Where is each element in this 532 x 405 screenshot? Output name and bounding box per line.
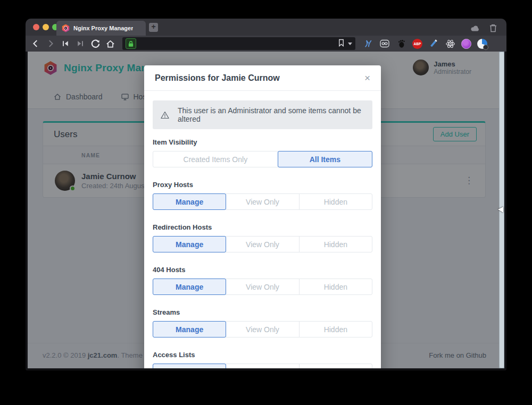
extension-pen-icon[interactable]	[428, 38, 439, 49]
proxy-hosts-view-only-button[interactable]: View Only	[226, 193, 299, 210]
reload-icon[interactable]	[89, 38, 101, 49]
new-tab-button[interactable]: +	[149, 23, 158, 32]
close-window-button[interactable]	[33, 24, 39, 30]
redirection-hosts-group: Manage View Only Hidden	[153, 236, 372, 252]
admin-warning-alert: This user is an Administrator and some i…	[153, 100, 372, 129]
modal-body: This user is an Administrator and some i…	[144, 91, 381, 368]
minimize-window-button[interactable]	[43, 24, 49, 30]
browser-window: Nginx Proxy Manager +	[26, 19, 506, 370]
cloud-sync-icon[interactable]	[469, 22, 481, 34]
secure-lock-icon[interactable]	[126, 38, 136, 49]
redirection-hosts-view-only-button[interactable]: View Only	[226, 236, 299, 252]
skip-last-icon[interactable]	[74, 38, 86, 49]
streams-manage-button[interactable]: Manage	[153, 321, 226, 338]
404-hosts-hidden-button[interactable]: Hidden	[299, 279, 372, 295]
item-visibility-group: Created Items Only All Items	[153, 151, 372, 167]
modal-title: Permissions for Jamie Curnow	[155, 73, 280, 83]
permissions-modal: Permissions for Jamie Curnow × This user…	[144, 65, 381, 368]
warning-triangle-icon	[160, 110, 170, 120]
proxy-hosts-manage-button[interactable]: Manage	[153, 193, 226, 210]
favicon-npm-icon	[62, 24, 70, 32]
extension-timer-icon[interactable]	[477, 39, 487, 49]
browser-toolbar: ABP	[26, 36, 506, 52]
mouse-cursor	[498, 207, 503, 213]
desktop-background: Nginx Proxy Manager +	[0, 0, 532, 405]
extension-gnome-foot-icon[interactable]	[396, 38, 406, 49]
access-lists-label: Access Lists	[153, 351, 372, 359]
streams-label: Streams	[153, 308, 372, 316]
proxy-hosts-label: Proxy Hosts	[153, 181, 372, 189]
trash-icon[interactable]	[487, 22, 499, 34]
back-button-icon[interactable]	[30, 38, 41, 49]
404-hosts-label: 404 Hosts	[153, 266, 372, 274]
visibility-created-items-button[interactable]: Created Items Only	[153, 151, 278, 167]
extension-purple-icon[interactable]	[461, 39, 471, 49]
skip-first-icon[interactable]	[60, 38, 71, 49]
redirection-hosts-hidden-button[interactable]: Hidden	[299, 236, 372, 252]
streams-group: Manage View Only Hidden	[153, 321, 372, 338]
streams-view-only-button[interactable]: View Only	[226, 321, 299, 338]
urlbar-dropdown-icon[interactable]	[348, 43, 352, 45]
proxy-hosts-group: Manage View Only Hidden	[153, 193, 372, 210]
item-visibility-label: Item Visibility	[153, 138, 372, 146]
alert-text: This user is an Administrator and some i…	[178, 106, 365, 123]
forward-button-icon[interactable]	[45, 38, 56, 49]
streams-hidden-button[interactable]: Hidden	[299, 321, 372, 338]
modal-header: Permissions for Jamie Curnow ×	[144, 65, 381, 91]
extension-atom-icon[interactable]	[445, 38, 455, 49]
redirection-hosts-manage-button[interactable]: Manage	[153, 236, 226, 252]
access-lists-hidden-button[interactable]: Hidden	[299, 364, 372, 368]
browser-tab[interactable]: Nginx Proxy Manager	[56, 21, 146, 36]
404-hosts-manage-button[interactable]: Manage	[153, 279, 226, 295]
404-hosts-group: Manage View Only Hidden	[153, 279, 372, 295]
access-lists-manage-button[interactable]: Manage	[153, 364, 226, 368]
visibility-all-items-button[interactable]: All Items	[278, 151, 372, 167]
modal-close-icon[interactable]: ×	[364, 73, 370, 83]
404-hosts-view-only-button[interactable]: View Only	[226, 279, 299, 295]
tab-title: Nginx Proxy Manager	[73, 25, 133, 31]
extension-containers-icon[interactable]	[379, 38, 390, 49]
access-lists-group: Manage View Only Hidden	[153, 364, 372, 368]
home-icon[interactable]	[104, 38, 116, 49]
extension-adblock-plus-icon[interactable]: ABP	[412, 39, 422, 49]
proxy-hosts-hidden-button[interactable]: Hidden	[299, 193, 372, 210]
bookmark-icon[interactable]	[338, 39, 345, 49]
page-viewport: Nginx Proxy Manager James Administrator …	[28, 52, 499, 368]
url-bar[interactable]	[122, 37, 355, 50]
extension-fork-icon[interactable]	[363, 38, 373, 49]
redirection-hosts-label: Redirection Hosts	[153, 223, 372, 231]
access-lists-view-only-button[interactable]: View Only	[226, 364, 299, 368]
browser-titlebar: Nginx Proxy Manager +	[26, 19, 506, 36]
